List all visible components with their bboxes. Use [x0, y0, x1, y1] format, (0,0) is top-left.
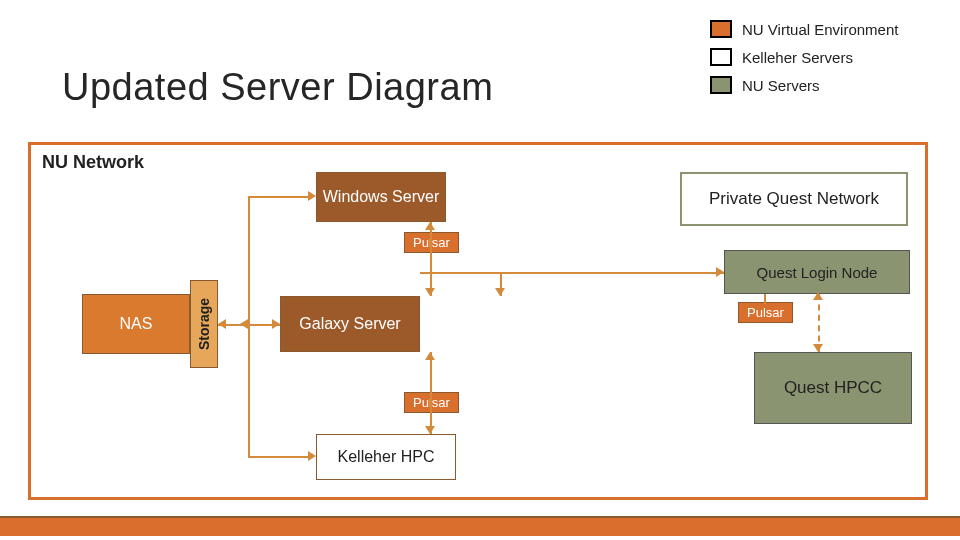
storage-label: Storage	[196, 298, 212, 350]
connector	[764, 294, 766, 304]
legend-item-nu-virtual: NU Virtual Environment	[710, 20, 898, 38]
arrowhead-icon	[495, 288, 505, 296]
arrowhead-icon	[308, 451, 316, 461]
arrowhead-icon	[218, 319, 226, 329]
node-quest-hpcc: Quest HPCC	[754, 352, 912, 424]
arrowhead-icon	[813, 292, 823, 300]
node-galaxy-server: Galaxy Server	[280, 296, 420, 352]
node-windows-server: Windows Server	[316, 172, 446, 222]
legend-item-nu-servers: NU Servers	[710, 76, 898, 94]
nu-network-label: NU Network	[42, 152, 144, 173]
diagram-stage: Updated Server Diagram NU Virtual Enviro…	[0, 0, 960, 540]
legend-swatch-orange	[710, 20, 732, 38]
legend-label: NU Servers	[742, 77, 820, 94]
page-title: Updated Server Diagram	[62, 66, 493, 109]
connector	[248, 196, 250, 324]
node-private-quest-network: Private Quest Network	[680, 172, 908, 226]
connector	[420, 272, 724, 274]
arrowhead-icon	[425, 222, 435, 230]
legend-item-kelleher: Kelleher Servers	[710, 48, 898, 66]
legend-swatch-olive	[710, 76, 732, 94]
node-kelleher-hpc: Kelleher HPC	[316, 434, 456, 480]
legend-swatch-white	[710, 48, 732, 66]
node-nas: NAS	[82, 294, 190, 354]
legend-label: NU Virtual Environment	[742, 21, 898, 38]
arrowhead-icon	[272, 319, 280, 329]
arrowhead-icon	[425, 352, 435, 360]
connector	[430, 222, 432, 296]
footer-accent-bar	[0, 518, 960, 536]
arrowhead-icon	[308, 191, 316, 201]
connector	[430, 352, 432, 434]
arrowhead-icon	[425, 426, 435, 434]
arrowhead-icon	[813, 344, 823, 352]
arrowhead-icon	[716, 267, 724, 277]
legend-label: Kelleher Servers	[742, 49, 853, 66]
pulsar-tag-quest: Pulsar	[738, 302, 793, 323]
legend: NU Virtual Environment Kelleher Servers …	[710, 20, 898, 104]
connector	[248, 456, 310, 458]
node-quest-login-node: Quest Login Node	[724, 250, 910, 294]
connector	[248, 196, 310, 198]
connector	[248, 324, 250, 456]
node-storage: Storage	[190, 280, 218, 368]
arrowhead-icon	[425, 288, 435, 296]
